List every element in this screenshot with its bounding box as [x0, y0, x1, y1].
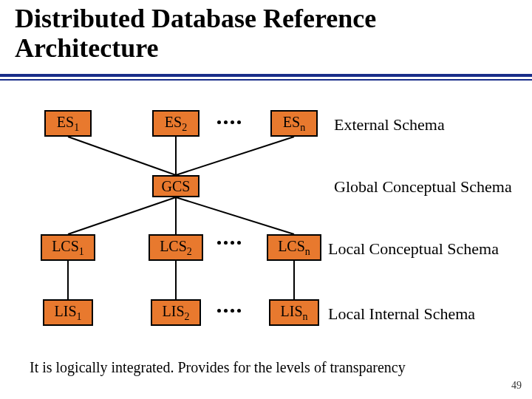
box-esn: ESn — [270, 110, 318, 137]
label-external-schema: External Schema — [334, 115, 445, 134]
box-lis2: LIS2 — [151, 299, 201, 326]
box-gcs: GCS — [152, 175, 200, 197]
ellipsis-es — [214, 120, 244, 124]
box-esn-label: ESn — [283, 114, 305, 134]
box-es2-label: ES2 — [165, 114, 187, 134]
slide-title: Distributed Database Reference Architect… — [15, 4, 376, 63]
box-lis2-label: LIS2 — [163, 303, 190, 323]
box-lis1: LIS1 — [43, 299, 93, 326]
box-gcs-label: GCS — [162, 178, 191, 195]
svg-line-2 — [176, 137, 294, 175]
box-es1-label: ES1 — [57, 114, 79, 134]
svg-line-5 — [176, 197, 294, 234]
label-local-conceptual-schema: Local Conceptual Schema — [328, 239, 499, 259]
page-number: 49 — [511, 380, 522, 392]
svg-line-3 — [68, 197, 176, 234]
ellipsis-lis — [214, 309, 244, 313]
box-lcsn-label: LCSn — [278, 238, 310, 258]
box-lcs2: LCS2 — [149, 234, 203, 261]
svg-line-0 — [68, 137, 176, 175]
box-es2: ES2 — [152, 110, 200, 137]
box-lcs2-label: LCS2 — [160, 238, 192, 258]
caption: It is logically integrated. Provides for… — [30, 359, 406, 376]
box-lcsn: LCSn — [267, 234, 321, 261]
box-es1: ES1 — [44, 110, 92, 137]
label-global-conceptual-schema: Global Conceptual Schema — [334, 177, 512, 197]
box-lisn: LISn — [269, 299, 319, 326]
box-lisn-label: LISn — [281, 303, 308, 323]
title-rule-thick — [0, 74, 532, 77]
box-lcs1-label: LCS1 — [52, 238, 84, 258]
box-lcs1: LCS1 — [41, 234, 95, 261]
slide: { "title": "Distributed Database Referen… — [0, 0, 532, 399]
box-lis1-label: LIS1 — [55, 303, 82, 323]
ellipsis-lcs — [214, 241, 244, 245]
title-rule-thin — [0, 79, 532, 81]
label-local-internal-schema: Local Internal Schema — [328, 304, 475, 324]
